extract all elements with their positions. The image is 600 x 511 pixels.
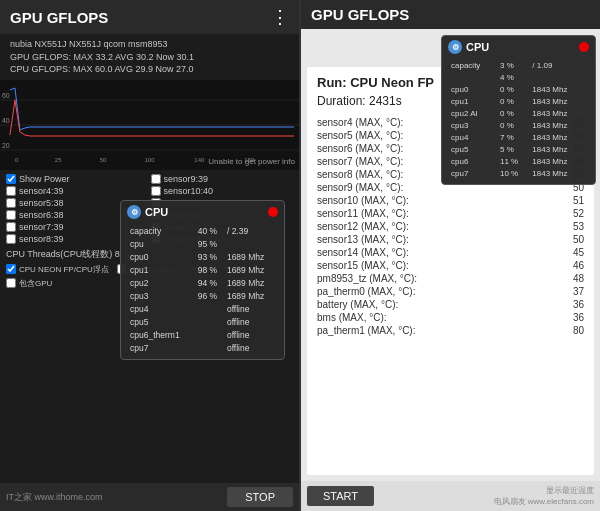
svg-text:40: 40 — [2, 117, 10, 124]
sensor4-item[interactable]: sensor4:39 — [6, 186, 149, 196]
left-watermark: IT之家 www.ithome.com — [6, 491, 103, 504]
sensor-row: sensor10 (MAX, °C): 51 — [317, 194, 584, 207]
cpu-popup-title: ⚙ CPU — [127, 205, 168, 219]
gpu-include-item[interactable]: 包含GPU — [6, 278, 52, 289]
bms-label-r: bms (MAX, °C): — [317, 312, 387, 323]
sensor9-item[interactable]: sensor9:39 — [151, 174, 294, 184]
right-panel: GPU GFLOPS ⚙ CPU capacity 3 % / 1.09 4 %… — [301, 0, 600, 511]
cpu-table-left: capacity 40 % / 2.39 cpu 95 % cpu0 93 % … — [127, 223, 278, 355]
right-title: GPU GFLOPS — [311, 6, 409, 23]
sensor14-val-r: 45 — [573, 247, 584, 258]
table-row: cpu5 5 % 1843 Mhz — [450, 144, 587, 154]
sensor-row: battery (MAX, °C): 36 — [317, 298, 584, 311]
svg-text:50: 50 — [100, 157, 107, 163]
pa-therm1-label-r: pa_therm1 (MAX, °C): — [317, 325, 415, 336]
gpu-include-checkbox[interactable] — [6, 278, 16, 288]
cpu-popup-right-header: ⚙ CPU — [448, 40, 589, 54]
left-title: GPU GFLOPS — [10, 9, 108, 26]
gpu-include-label: 包含GPU — [19, 278, 52, 289]
right-watermark: 显示最近温度 电风扇友 www.elecfans.com — [494, 485, 594, 507]
left-bottom-bar: IT之家 www.ithome.com STOP — [0, 483, 299, 511]
table-row: cpu2 94 % 1689 Mhz — [129, 277, 276, 288]
watermark-line1: 显示最近温度 — [494, 485, 594, 496]
svg-text:25: 25 — [55, 157, 62, 163]
table-row: cpu1 98 % 1689 Mhz — [129, 264, 276, 275]
svg-text:140: 140 — [194, 157, 205, 163]
svg-text:60: 60 — [2, 92, 10, 99]
sensor5-label: sensor5:38 — [19, 198, 64, 208]
table-row: cpu6 11 % 1843 Mhz — [450, 156, 587, 166]
sensor8-label: sensor8:39 — [19, 234, 64, 244]
sensor12-label-r: sensor12 (MAX, °C): — [317, 221, 409, 232]
sensor8-label-r: sensor8 (MAX, °C): — [317, 169, 403, 180]
gpu-gflops-info: GPU GFLOPS: MAX 33.2 AVG 30.2 Now 30.1 — [10, 51, 289, 64]
sensor7-label-r: sensor7 (MAX, °C): — [317, 156, 403, 167]
sensor6-label: sensor6:38 — [19, 210, 64, 220]
sensor-row: pm8953_tz (MAX, °C): 48 — [317, 272, 584, 285]
device-line1: nubia NX551J NX551J qcom msm8953 — [10, 38, 289, 51]
sensor10-label-r: sensor10 (MAX, °C): — [317, 195, 409, 206]
sensor8-checkbox[interactable] — [6, 234, 16, 244]
sensor-row: sensor14 (MAX, °C): 45 — [317, 246, 584, 259]
sensor-row: sensor12 (MAX, °C): 53 — [317, 220, 584, 233]
table-row: cpu3 0 % 1843 Mhz — [450, 120, 587, 130]
sensor-row: sensor13 (MAX, °C): 50 — [317, 233, 584, 246]
chart-area: 60 40 20 0 25 50 100 140 180 Unable to g… — [0, 80, 299, 170]
sensor6-checkbox[interactable] — [6, 210, 16, 220]
sensor11-label-r: sensor11 (MAX, °C): — [317, 208, 409, 219]
svg-text:0: 0 — [15, 157, 19, 163]
close-dot-right[interactable] — [579, 42, 589, 52]
sensor-row: pa_therm0 (MAX, °C): 37 — [317, 285, 584, 298]
sensor7-checkbox[interactable] — [6, 222, 16, 232]
cpu-popup-right-title: ⚙ CPU — [448, 40, 489, 54]
show-power-label: Show Power — [19, 174, 70, 184]
sensor12-val-r: 53 — [573, 221, 584, 232]
table-row: cpu1 0 % 1843 Mhz — [450, 96, 587, 106]
cpu-neon-label: CPU NEON FP/CPU浮点 — [19, 264, 109, 275]
sensor9-label: sensor9:39 — [164, 174, 209, 184]
sensor10-checkbox[interactable] — [151, 186, 161, 196]
table-row: cpu2 AI 0 % 1843 Mhz — [450, 108, 587, 118]
watermark-line2: 电风扇友 www.elecfans.com — [494, 496, 594, 507]
sensor14-label-r: sensor14 (MAX, °C): — [317, 247, 409, 258]
sensor-row: bms (MAX, °C): 36 — [317, 311, 584, 324]
sensor4-label: sensor4:39 — [19, 186, 64, 196]
left-header: GPU GFLOPS ⋮ — [0, 0, 299, 34]
bms-val-r: 36 — [573, 312, 584, 323]
cpu-popup-label: CPU — [145, 206, 168, 218]
device-info: nubia NX551J NX551J qcom msm8953 GPU GFL… — [0, 34, 299, 80]
sensor10-val-r: 51 — [573, 195, 584, 206]
show-power-item[interactable]: Show Power — [6, 174, 149, 184]
cpu-popup-right-label: CPU — [466, 41, 489, 53]
show-power-checkbox[interactable] — [6, 174, 16, 184]
cpu-neon-item[interactable]: CPU NEON FP/CPU浮点 — [6, 264, 109, 275]
sensor11-val-r: 52 — [573, 208, 584, 219]
table-row: cpu6_therm1 offline — [129, 329, 276, 340]
sensor9-label-r: sensor9 (MAX, °C): — [317, 182, 403, 193]
sensor-row: sensor11 (MAX, °C): 52 — [317, 207, 584, 220]
start-button[interactable]: START — [307, 486, 374, 506]
cpu-neon-checkbox[interactable] — [6, 264, 16, 274]
battery-val-r: 36 — [573, 299, 584, 310]
sensor-row: sensor15 (MAX, °C): 46 — [317, 259, 584, 272]
sensor9-checkbox[interactable] — [151, 174, 161, 184]
stop-button[interactable]: STOP — [227, 487, 293, 507]
battery-label-r: battery (MAX, °C): — [317, 299, 398, 310]
sensor5-checkbox[interactable] — [6, 198, 16, 208]
sensor13-label-r: sensor13 (MAX, °C): — [317, 234, 409, 245]
menu-icon[interactable]: ⋮ — [271, 6, 289, 28]
close-dot[interactable] — [268, 207, 278, 217]
sensor15-val-r: 46 — [573, 260, 584, 271]
sensor4-label-r: sensor4 (MAX, °C): — [317, 117, 403, 128]
cpu-icon-right: ⚙ — [448, 40, 462, 54]
pm8953-label-r: pm8953_tz (MAX, °C): — [317, 273, 417, 284]
table-row: cpu7 offline — [129, 342, 276, 353]
cpu-popup-left: ⚙ CPU capacity 40 % / 2.39 cpu 95 % cpu0… — [120, 200, 285, 360]
sensor13-val-r: 50 — [573, 234, 584, 245]
table-row: cpu7 10 % 1843 Mhz — [450, 168, 587, 178]
right-header: GPU GFLOPS — [301, 0, 600, 29]
sensor4-checkbox[interactable] — [6, 186, 16, 196]
pa-therm0-label-r: pa_therm0 (MAX, °C): — [317, 286, 415, 297]
pa-therm0-val-r: 37 — [573, 286, 584, 297]
sensor10-item[interactable]: sensor10:40 — [151, 186, 294, 196]
